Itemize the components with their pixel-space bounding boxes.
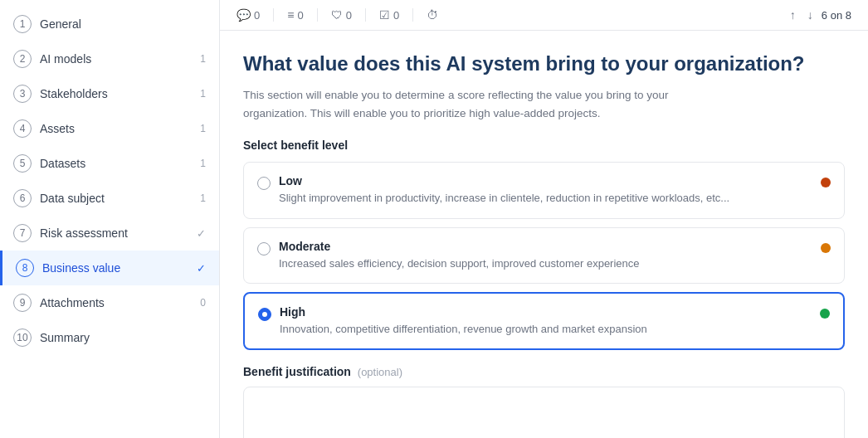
toolbar-item-list-icon[interactable]: ≡0 <box>287 8 303 22</box>
benefit-cards-container: LowSlight improvement in productivity, i… <box>243 162 845 350</box>
sidebar-item-label: AI models <box>40 52 192 66</box>
toolbar-nav: ↑↓6 on 8 <box>787 7 851 23</box>
sidebar-item-label: General <box>40 17 206 31</box>
main-panel: 💬0≡0🛡0☑0⏱↑↓6 on 8 What value does this A… <box>220 0 868 438</box>
toolbar-divider <box>365 8 366 22</box>
sidebar-item-risk-assessment[interactable]: 7Risk assessment✓ <box>0 216 219 251</box>
card-title-low: Low <box>279 174 812 187</box>
card-content-moderate: ModerateIncreased sales efficiency, deci… <box>279 240 812 271</box>
sidebar-item-stakeholders[interactable]: 3Stakeholders1 <box>0 76 219 111</box>
sidebar-item-num: 7 <box>13 224 32 242</box>
radio-moderate <box>257 242 271 256</box>
toolbar-item-task-icon[interactable]: ☑0 <box>379 8 399 22</box>
sidebar-item-check-icon: ✓ <box>197 262 206 275</box>
sidebar-item-num: 3 <box>13 85 32 103</box>
card-content-high: HighInnovation, competitive differentiat… <box>280 305 812 337</box>
card-title-high: High <box>280 305 812 319</box>
radio-low <box>257 177 271 190</box>
card-dot-low <box>821 178 831 187</box>
progress-indicator: 6 on 8 <box>822 9 851 22</box>
sidebar-item-num: 1 <box>13 15 32 33</box>
sidebar-item-ai-models[interactable]: 2AI models1 <box>0 41 219 76</box>
toolbar-divider <box>317 8 318 22</box>
shield-icon: 🛡 <box>331 8 343 22</box>
task-icon: ☑ <box>379 8 390 22</box>
content-area: What value does this AI system bring to … <box>220 31 868 438</box>
list-icon: ≡ <box>287 8 294 22</box>
sidebar-item-label: Datasets <box>40 157 192 170</box>
benefit-card-low[interactable]: LowSlight improvement in productivity, i… <box>243 162 845 218</box>
sidebar-item-assets[interactable]: 4Assets1 <box>0 111 219 146</box>
toolbar-item-clock-icon[interactable]: ⏱ <box>427 8 438 22</box>
card-desc-low: Slight improvement in productivity, incr… <box>279 191 812 206</box>
section-label: Select benefit level <box>243 139 845 152</box>
sidebar-item-num: 4 <box>13 119 32 138</box>
page-title: What value does this AI system bring to … <box>243 51 845 76</box>
sidebar-item-num: 9 <box>13 294 32 312</box>
sidebar-item-badge: 1 <box>200 123 206 134</box>
sidebar-item-check-icon: ✓ <box>197 227 206 240</box>
sidebar-item-num: 8 <box>16 259 34 277</box>
sidebar-item-business-value[interactable]: 8Business value✓ <box>0 251 219 285</box>
sidebar-item-summary[interactable]: 10Summary <box>0 320 219 355</box>
sidebar-item-label: Attachments <box>40 296 192 309</box>
toolbar: 💬0≡0🛡0☑0⏱↑↓6 on 8 <box>220 0 868 31</box>
sidebar-item-num: 5 <box>13 154 32 173</box>
sidebar: 1General2AI models13Stakeholders14Assets… <box>0 0 220 438</box>
comment-icon: 💬 <box>237 8 251 22</box>
sidebar-item-label: Business value <box>42 261 188 275</box>
sidebar-item-label: Stakeholders <box>40 87 192 100</box>
justification-label: Benefit justification (optional) <box>243 365 845 378</box>
sidebar-item-badge: 1 <box>200 53 206 65</box>
toolbar-count: 0 <box>297 9 303 22</box>
card-desc-high: Innovation, competitive differentiation,… <box>280 322 812 337</box>
toolbar-count: 0 <box>346 9 352 22</box>
clock-icon: ⏱ <box>427 8 438 22</box>
card-dot-high <box>820 309 830 319</box>
justification-textarea[interactable] <box>243 387 845 438</box>
sidebar-item-badge: 1 <box>200 158 206 169</box>
sidebar-item-label: Data subject <box>40 192 192 205</box>
card-content-low: LowSlight improvement in productivity, i… <box>279 174 812 206</box>
sidebar-item-datasets[interactable]: 5Datasets1 <box>0 146 219 181</box>
toolbar-divider <box>273 8 274 22</box>
sidebar-item-badge: 0 <box>200 297 206 309</box>
sidebar-item-label: Summary <box>40 331 206 344</box>
sidebar-item-general[interactable]: 1General <box>0 7 219 41</box>
sidebar-item-num: 10 <box>13 328 32 347</box>
sidebar-item-num: 2 <box>13 50 32 68</box>
sidebar-item-attachments[interactable]: 9Attachments0 <box>0 285 219 320</box>
benefit-card-high[interactable]: HighInnovation, competitive differentiat… <box>243 292 845 350</box>
sidebar-item-badge: 1 <box>200 88 206 100</box>
sidebar-item-data-subject[interactable]: 6Data subject1 <box>0 181 219 216</box>
card-title-moderate: Moderate <box>279 240 812 253</box>
toolbar-item-comment-icon[interactable]: 💬0 <box>237 8 260 22</box>
toolbar-item-shield-icon[interactable]: 🛡0 <box>331 8 352 22</box>
sidebar-item-num: 6 <box>13 189 32 207</box>
nav-down-button[interactable]: ↓ <box>804 7 817 23</box>
nav-up-button[interactable]: ↑ <box>787 7 799 23</box>
toolbar-divider <box>412 8 413 22</box>
benefit-card-moderate[interactable]: ModerateIncreased sales efficiency, deci… <box>243 227 845 284</box>
card-desc-moderate: Increased sales efficiency, decision sup… <box>279 256 812 271</box>
sidebar-item-badge: 1 <box>200 192 206 204</box>
card-dot-moderate <box>821 243 831 253</box>
radio-high <box>258 308 271 321</box>
sidebar-item-label: Assets <box>40 122 192 135</box>
page-description: This section will enable you to determin… <box>243 86 724 122</box>
sidebar-item-label: Risk assessment <box>40 226 188 240</box>
toolbar-count: 0 <box>393 9 399 22</box>
toolbar-count: 0 <box>254 9 260 22</box>
